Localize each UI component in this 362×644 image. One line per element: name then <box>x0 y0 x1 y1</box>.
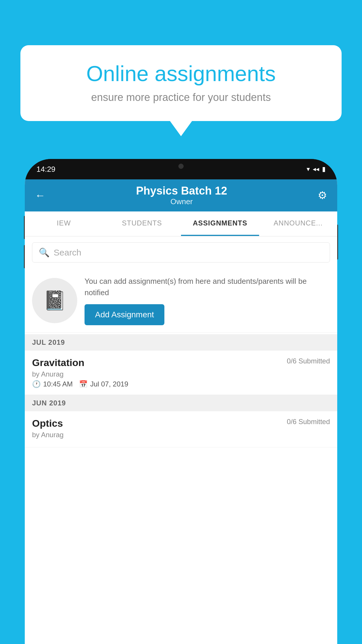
tab-bar: IEW STUDENTS ASSIGNMENTS ANNOUNCE... <box>25 211 337 237</box>
bubble-subtitle: ensure more practice for your students <box>39 91 323 104</box>
search-container: 🔍 Search <box>25 237 337 268</box>
tab-assignments[interactable]: ASSIGNMENTS <box>181 211 259 236</box>
camera <box>178 164 184 169</box>
assignment-name-gravitation: Gravitation <box>32 357 84 368</box>
assignment-item-gravitation[interactable]: Gravitation 0/6 Submitted by Anurag 🕐 10… <box>25 351 337 395</box>
promo-text-area: You can add assignment(s) from here and … <box>85 276 330 325</box>
tab-iew[interactable]: IEW <box>25 211 103 236</box>
assignment-submitted-optics: 0/6 Submitted <box>287 418 330 426</box>
tab-announcements[interactable]: ANNOUNCE... <box>259 211 337 236</box>
search-placeholder: Search <box>54 248 81 258</box>
date-value-gravitation: Jul 07, 2019 <box>90 380 128 388</box>
assignment-time-gravitation: 🕐 10:45 AM <box>32 380 73 388</box>
search-icon: 🔍 <box>39 247 50 258</box>
time-value-gravitation: 10:45 AM <box>43 380 73 388</box>
notebook-icon: 📓 <box>43 290 66 312</box>
section-header-jun: JUN 2019 <box>25 395 337 411</box>
bubble-title: Online assignments <box>39 61 323 86</box>
wifi-icon: ▾ <box>307 165 310 173</box>
assignment-item-optics[interactable]: Optics 0/6 Submitted by Anurag <box>25 411 337 447</box>
status-bar: 14:29 ▾ ◂◂ ▮ <box>25 159 337 179</box>
header-center: Physics Batch 12 Owner <box>136 185 227 206</box>
tab-students[interactable]: STUDENTS <box>103 211 181 236</box>
assignment-by-optics: by Anurag <box>32 431 330 439</box>
promo-description: You can add assignment(s) from here and … <box>85 276 330 298</box>
signal-icon: ◂◂ <box>313 165 319 173</box>
status-icons: ▾ ◂◂ ▮ <box>307 165 326 173</box>
assignment-name-optics: Optics <box>32 418 63 429</box>
promo-card: 📓 You can add assignment(s) from here an… <box>25 268 337 333</box>
assignment-row1: Gravitation 0/6 Submitted <box>32 357 330 368</box>
speech-bubble: Online assignments ensure more practice … <box>20 45 342 121</box>
assignment-meta-gravitation: 🕐 10:45 AM 📅 Jul 07, 2019 <box>32 380 330 388</box>
add-assignment-button[interactable]: Add Assignment <box>85 304 164 325</box>
assignment-date-gravitation: 📅 Jul 07, 2019 <box>79 380 128 388</box>
section-header-jul: JUL 2019 <box>25 334 337 351</box>
speech-bubble-container: Online assignments ensure more practice … <box>20 45 342 121</box>
search-bar[interactable]: 🔍 Search <box>32 242 330 262</box>
calendar-icon: 📅 <box>79 380 88 388</box>
clock-icon: 🕐 <box>32 380 41 388</box>
header-title: Physics Batch 12 <box>136 185 227 197</box>
assignment-row1-optics: Optics 0/6 Submitted <box>32 418 330 429</box>
phone-notch <box>158 159 204 174</box>
settings-icon[interactable]: ⚙ <box>318 189 327 202</box>
phone-device: 14:29 ▾ ◂◂ ▮ ← Physics Batch 12 Owner ⚙ … <box>25 159 337 644</box>
assignment-submitted-gravitation: 0/6 Submitted <box>287 357 330 365</box>
app-header: ← Physics Batch 12 Owner ⚙ <box>25 179 337 211</box>
promo-icon-circle: 📓 <box>32 278 77 323</box>
back-button[interactable]: ← <box>35 189 45 202</box>
app-content: ← Physics Batch 12 Owner ⚙ IEW STUDENTS … <box>25 179 337 644</box>
header-subtitle: Owner <box>136 197 227 206</box>
battery-icon: ▮ <box>322 165 326 173</box>
assignment-by-gravitation: by Anurag <box>32 370 330 378</box>
status-time: 14:29 <box>36 165 55 174</box>
